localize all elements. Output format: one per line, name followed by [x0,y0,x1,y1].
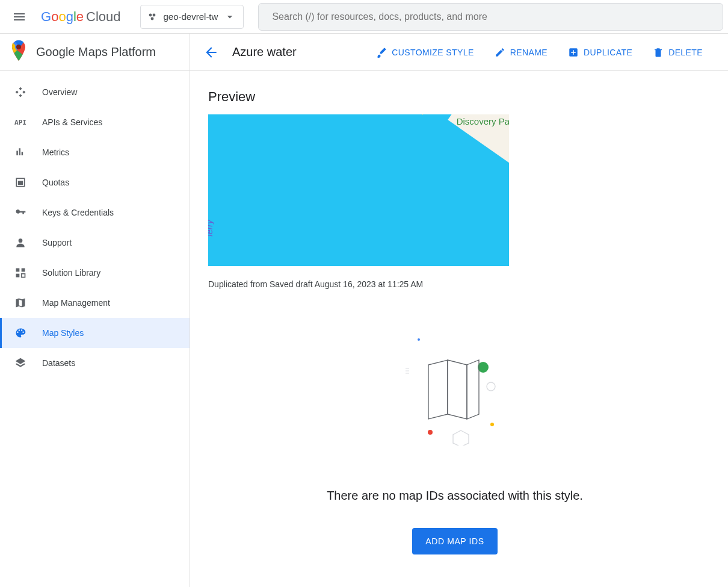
brush-icon [376,47,387,58]
sidebar-item-label: Overview [42,87,77,97]
search-input[interactable] [271,11,711,23]
empty-state-message: There are no map IDs associated with thi… [327,489,583,503]
content-area: Preview Discovery Pa ferry Duplicated fr… [190,71,720,295]
preview-caption: Duplicated from Saved draft August 16, 2… [208,279,702,289]
maps-pin-icon [11,40,26,64]
preview-park-label: Discovery Pa [457,116,509,126]
sidebar-item-map-management[interactable]: Map Management [0,288,190,318]
empty-state: There are no map IDs associated with thi… [190,331,720,554]
metrics-icon [13,146,28,158]
svg-point-0 [149,13,152,16]
svg-point-1 [152,13,155,16]
sidebar-item-label: Quotas [42,178,69,187]
sidebar-item-label: Keys & Credentials [42,208,114,217]
sidebar-title: Google Maps Platform [36,45,156,59]
svg-point-14 [428,430,433,435]
svg-point-15 [490,423,494,426]
sidebar-item-label: Support [42,238,72,247]
page-actions: CUSTOMIZE STYLE RENAME DUPLICATE DELETE [376,47,715,58]
sidebar-item-label: APIs & Services [42,117,102,127]
svg-point-3 [16,45,21,49]
duplicate-icon [568,47,579,58]
sidebar-item-support[interactable]: Support [0,228,190,258]
customize-style-button[interactable]: CUSTOMIZE STYLE [376,47,474,58]
layers-icon [13,357,28,369]
svg-rect-5 [19,181,23,184]
sidebar-item-datasets[interactable]: Datasets [0,348,190,378]
sidebar-item-apis[interactable]: API APIs & Services [0,107,190,137]
main-content: Azure water CUSTOMIZE STYLE RENAME DUPLI… [190,34,728,587]
action-label: DUPLICATE [584,48,632,57]
action-label: RENAME [510,48,548,57]
sidebar-item-metrics[interactable]: Metrics [0,137,190,167]
cloud-label: Cloud [86,9,120,25]
empty-state-illustration [401,331,509,446]
action-label: CUSTOMIZE STYLE [392,48,474,57]
sidebar-nav: Overview API APIs & Services Metrics Quo… [0,71,190,378]
pencil-icon [495,47,505,58]
project-name: geo-devrel-tw [164,11,218,22]
sidebar-item-solution-library[interactable]: Solution Library [0,258,190,288]
back-arrow-icon[interactable] [203,45,219,60]
map-icon [13,297,28,309]
sidebar-item-label: Metrics [42,148,69,157]
trash-icon [653,47,664,58]
svg-point-6 [19,238,23,243]
support-icon [13,237,28,249]
sidebar-item-label: Datasets [42,358,75,368]
page-header: Azure water CUSTOMIZE STYLE RENAME DUPLI… [190,34,728,71]
chevron-down-icon [224,11,236,23]
preview-ferry-label: ferry [208,220,214,237]
svg-rect-7 [16,269,20,272]
svg-rect-8 [22,269,25,272]
svg-point-2 [150,17,153,20]
sidebar-item-label: Map Management [42,298,110,308]
overview-icon [13,86,28,98]
sidebar-item-quotas[interactable]: Quotas [0,167,190,197]
sidebar-item-keys[interactable]: Keys & Credentials [0,197,190,228]
delete-button[interactable]: DELETE [653,47,703,58]
svg-point-12 [478,362,489,373]
menu-icon[interactable] [5,2,34,31]
sidebar-item-map-styles[interactable]: Map Styles [0,318,190,348]
search-box[interactable] [258,3,723,31]
rename-button[interactable]: RENAME [495,47,548,58]
key-icon [13,207,28,219]
project-selector[interactable]: geo-devrel-tw [140,5,244,29]
sidebar: Google Maps Platform Overview API APIs &… [0,34,190,587]
svg-point-11 [418,338,420,341]
top-bar: Google Cloud geo-devrel-tw [0,0,728,34]
add-map-ids-button[interactable]: ADD MAP IDS [412,528,497,554]
action-label: DELETE [668,48,703,57]
svg-rect-9 [16,274,20,278]
map-preview: Discovery Pa ferry [208,114,509,266]
palette-icon [13,327,28,339]
sidebar-item-overview[interactable]: Overview [0,77,190,107]
api-icon: API [13,119,28,126]
project-icon [148,12,158,22]
google-cloud-logo[interactable]: Google Cloud [41,9,121,25]
quotas-icon [13,176,28,188]
svg-point-13 [487,382,495,391]
svg-rect-10 [22,274,25,278]
sidebar-header: Google Maps Platform [0,34,190,71]
sidebar-item-label: Map Styles [42,328,84,338]
duplicate-button[interactable]: DUPLICATE [568,47,632,58]
svg-marker-16 [453,430,469,446]
widgets-icon [13,267,28,279]
preview-heading: Preview [208,89,702,105]
page-title: Azure water [232,45,297,59]
sidebar-item-label: Solution Library [42,268,100,278]
